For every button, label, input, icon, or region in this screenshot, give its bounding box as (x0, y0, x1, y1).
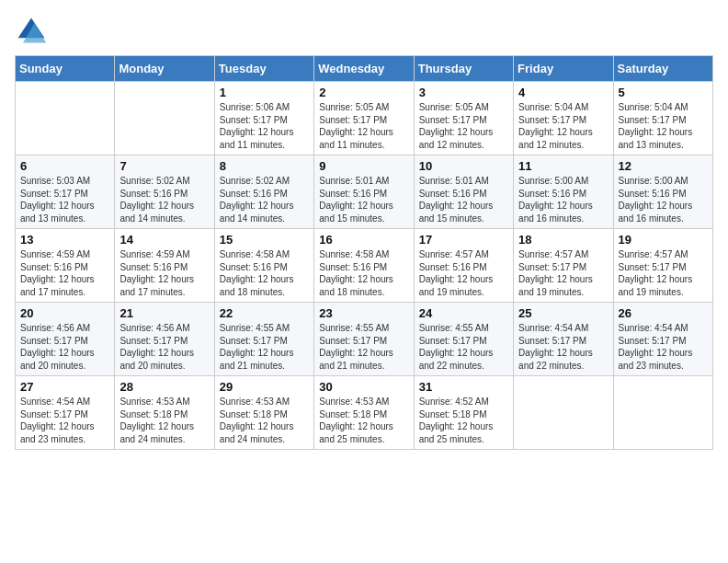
calendar-cell: 3Sunrise: 5:05 AM Sunset: 5:17 PM Daylig… (414, 82, 513, 155)
day-number: 12 (619, 159, 708, 173)
day-info: Sunrise: 5:00 AM Sunset: 5:16 PM Dayligh… (619, 175, 708, 224)
calendar-cell: 13Sunrise: 4:59 AM Sunset: 5:16 PM Dayli… (16, 229, 115, 303)
day-number: 21 (119, 306, 209, 320)
day-number: 7 (119, 159, 209, 173)
calendar-cell: 6Sunrise: 5:03 AM Sunset: 5:17 PM Daylig… (16, 155, 115, 229)
day-number: 25 (518, 306, 608, 320)
day-number: 1 (220, 86, 309, 99)
day-info: Sunrise: 4:59 AM Sunset: 5:16 PM Dayligh… (119, 248, 209, 298)
day-number: 31 (419, 380, 508, 394)
day-info: Sunrise: 4:52 AM Sunset: 5:18 PM Dayligh… (419, 396, 508, 445)
calendar-cell: 11Sunrise: 5:00 AM Sunset: 5:16 PM Dayli… (514, 155, 613, 229)
day-number: 16 (319, 233, 408, 247)
day-info: Sunrise: 4:55 AM Sunset: 5:17 PM Dayligh… (319, 322, 408, 372)
day-info: Sunrise: 4:55 AM Sunset: 5:17 PM Dayligh… (419, 322, 508, 372)
calendar-cell: 4Sunrise: 5:04 AM Sunset: 5:17 PM Daylig… (514, 82, 613, 155)
day-info: Sunrise: 5:00 AM Sunset: 5:16 PM Dayligh… (518, 175, 608, 224)
day-info: Sunrise: 5:01 AM Sunset: 5:16 PM Dayligh… (319, 175, 408, 224)
day-info: Sunrise: 4:54 AM Sunset: 5:17 PM Dayligh… (20, 396, 109, 445)
day-info: Sunrise: 5:06 AM Sunset: 5:17 PM Dayligh… (220, 101, 309, 151)
weekday-header-tuesday: Tuesday (214, 56, 313, 82)
day-number: 10 (419, 159, 508, 173)
day-info: Sunrise: 5:02 AM Sunset: 5:16 PM Dayligh… (220, 175, 309, 224)
calendar-cell: 22Sunrise: 4:55 AM Sunset: 5:17 PM Dayli… (214, 303, 313, 376)
day-number: 8 (220, 159, 309, 173)
calendar-cell: 10Sunrise: 5:01 AM Sunset: 5:16 PM Dayli… (414, 155, 513, 229)
calendar-cell: 29Sunrise: 4:53 AM Sunset: 5:18 PM Dayli… (214, 376, 313, 450)
weekday-header-thursday: Thursday (414, 56, 513, 82)
day-number: 24 (419, 306, 508, 320)
day-info: Sunrise: 5:01 AM Sunset: 5:16 PM Dayligh… (419, 175, 508, 224)
day-number: 30 (319, 380, 408, 394)
day-number: 6 (20, 159, 109, 173)
calendar-week-1: 1Sunrise: 5:06 AM Sunset: 5:17 PM Daylig… (16, 82, 713, 155)
calendar-cell (613, 376, 712, 450)
day-info: Sunrise: 4:53 AM Sunset: 5:18 PM Dayligh… (319, 396, 408, 445)
logo-icon (15, 15, 48, 48)
day-info: Sunrise: 4:53 AM Sunset: 5:18 PM Dayligh… (220, 396, 309, 445)
calendar-header-row: SundayMondayTuesdayWednesdayThursdayFrid… (16, 56, 713, 82)
day-number: 29 (220, 380, 309, 394)
calendar-body: 1Sunrise: 5:06 AM Sunset: 5:17 PM Daylig… (16, 82, 713, 450)
day-info: Sunrise: 4:56 AM Sunset: 5:17 PM Dayligh… (119, 322, 209, 372)
calendar-cell: 28Sunrise: 4:53 AM Sunset: 5:18 PM Dayli… (115, 376, 214, 450)
calendar-cell (16, 82, 115, 155)
calendar-week-2: 6Sunrise: 5:03 AM Sunset: 5:17 PM Daylig… (16, 155, 713, 229)
day-number: 18 (518, 233, 608, 247)
day-info: Sunrise: 5:03 AM Sunset: 5:17 PM Dayligh… (20, 175, 109, 224)
calendar-cell: 23Sunrise: 4:55 AM Sunset: 5:17 PM Dayli… (314, 303, 414, 376)
day-number: 13 (20, 233, 109, 247)
day-number: 20 (20, 306, 109, 320)
calendar-cell (115, 82, 214, 155)
calendar-cell: 20Sunrise: 4:56 AM Sunset: 5:17 PM Dayli… (16, 303, 115, 376)
day-number: 5 (619, 86, 708, 99)
day-info: Sunrise: 4:57 AM Sunset: 5:16 PM Dayligh… (419, 248, 508, 298)
calendar-cell: 1Sunrise: 5:06 AM Sunset: 5:17 PM Daylig… (214, 82, 313, 155)
day-info: Sunrise: 5:04 AM Sunset: 5:17 PM Dayligh… (619, 101, 708, 151)
weekday-header-monday: Monday (115, 56, 214, 82)
calendar-cell: 16Sunrise: 4:58 AM Sunset: 5:16 PM Dayli… (314, 229, 414, 303)
weekday-header-friday: Friday (514, 56, 613, 82)
page-header (15, 15, 713, 48)
calendar-cell: 27Sunrise: 4:54 AM Sunset: 5:17 PM Dayli… (16, 376, 115, 450)
weekday-header-wednesday: Wednesday (314, 56, 414, 82)
calendar-week-3: 13Sunrise: 4:59 AM Sunset: 5:16 PM Dayli… (16, 229, 713, 303)
day-info: Sunrise: 4:53 AM Sunset: 5:18 PM Dayligh… (119, 396, 209, 445)
calendar-cell: 26Sunrise: 4:54 AM Sunset: 5:17 PM Dayli… (613, 303, 712, 376)
day-info: Sunrise: 5:02 AM Sunset: 5:16 PM Dayligh… (119, 175, 209, 224)
calendar-cell: 21Sunrise: 4:56 AM Sunset: 5:17 PM Dayli… (115, 303, 214, 376)
calendar-cell: 18Sunrise: 4:57 AM Sunset: 5:17 PM Dayli… (514, 229, 613, 303)
calendar-cell: 17Sunrise: 4:57 AM Sunset: 5:16 PM Dayli… (414, 229, 513, 303)
day-info: Sunrise: 5:05 AM Sunset: 5:17 PM Dayligh… (319, 101, 408, 151)
calendar-cell: 5Sunrise: 5:04 AM Sunset: 5:17 PM Daylig… (613, 82, 712, 155)
day-info: Sunrise: 4:54 AM Sunset: 5:17 PM Dayligh… (619, 322, 708, 372)
calendar-cell: 25Sunrise: 4:54 AM Sunset: 5:17 PM Dayli… (514, 303, 613, 376)
day-info: Sunrise: 5:04 AM Sunset: 5:17 PM Dayligh… (518, 101, 608, 151)
day-number: 17 (419, 233, 508, 247)
calendar-table: SundayMondayTuesdayWednesdayThursdayFrid… (15, 55, 713, 450)
day-number: 28 (119, 380, 209, 394)
calendar-week-5: 27Sunrise: 4:54 AM Sunset: 5:17 PM Dayli… (16, 376, 713, 450)
day-number: 9 (319, 159, 408, 173)
day-info: Sunrise: 4:54 AM Sunset: 5:17 PM Dayligh… (518, 322, 608, 372)
day-number: 3 (419, 86, 508, 99)
calendar-cell: 24Sunrise: 4:55 AM Sunset: 5:17 PM Dayli… (414, 303, 513, 376)
day-info: Sunrise: 4:58 AM Sunset: 5:16 PM Dayligh… (220, 248, 309, 298)
calendar-cell: 30Sunrise: 4:53 AM Sunset: 5:18 PM Dayli… (314, 376, 414, 450)
logo (15, 15, 51, 48)
day-number: 15 (220, 233, 309, 247)
calendar-cell: 7Sunrise: 5:02 AM Sunset: 5:16 PM Daylig… (115, 155, 214, 229)
day-info: Sunrise: 4:57 AM Sunset: 5:17 PM Dayligh… (619, 248, 708, 298)
calendar-cell: 19Sunrise: 4:57 AM Sunset: 5:17 PM Dayli… (613, 229, 712, 303)
calendar-cell: 2Sunrise: 5:05 AM Sunset: 5:17 PM Daylig… (314, 82, 414, 155)
day-number: 23 (319, 306, 408, 320)
calendar-cell: 31Sunrise: 4:52 AM Sunset: 5:18 PM Dayli… (414, 376, 513, 450)
day-info: Sunrise: 4:58 AM Sunset: 5:16 PM Dayligh… (319, 248, 408, 298)
day-number: 4 (518, 86, 608, 99)
day-info: Sunrise: 4:56 AM Sunset: 5:17 PM Dayligh… (20, 322, 109, 372)
day-info: Sunrise: 4:57 AM Sunset: 5:17 PM Dayligh… (518, 248, 608, 298)
day-number: 19 (619, 233, 708, 247)
day-number: 26 (619, 306, 708, 320)
weekday-header-saturday: Saturday (613, 56, 712, 82)
day-info: Sunrise: 4:55 AM Sunset: 5:17 PM Dayligh… (220, 322, 309, 372)
